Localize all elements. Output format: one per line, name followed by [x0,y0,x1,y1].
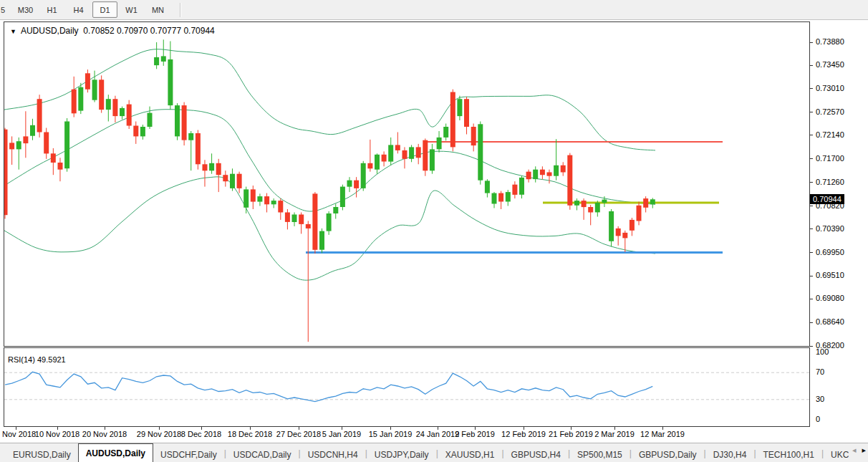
candle-body [299,215,304,224]
rsi-indicator-label: RSI(14) 49.5921 [8,355,66,364]
candle-body [382,155,387,162]
candle-body [85,73,90,89]
chart-tab-gbpusd[interactable]: GBPUSD,H4 [504,447,568,462]
chart-tab-audusd[interactable]: AUDUSD,Daily [78,443,153,462]
candle-body [457,99,462,116]
chart-tab-sp500[interactable]: SP500,M15 [570,447,630,462]
candle-body [637,206,642,221]
candle-body [567,155,572,206]
candle-body [175,105,180,136]
candle-body [306,224,311,228]
candle-body [485,181,490,193]
chart-tab-eurusd[interactable]: EURUSD,Daily [6,447,78,462]
candle-body [547,173,552,176]
timeframe-button-d1[interactable]: D1 [92,1,117,18]
candle-body [361,163,366,188]
candle-body [582,201,587,207]
candle-body [388,145,393,161]
price-axis-label: 0.72570 [816,107,844,116]
price-axis-tick [810,299,813,299]
date-axis-label: 12 Mar 2019 [640,430,685,438]
candle-body [64,122,69,169]
candle-body [602,200,607,203]
candle-body [251,189,256,201]
price-chart-panel[interactable] [4,21,810,347]
candle-body [622,233,627,239]
candle-body [72,90,77,114]
chart-title: ▼AUDUSD,Daily 0.70852 0.70970 0.70777 0.… [10,26,215,36]
candle-body [203,164,208,170]
chart-dropdown-icon[interactable]: ▼ [10,28,16,35]
candle-body [340,187,345,207]
candle-body [409,147,414,158]
rsi-axis-label: 30 [816,395,824,403]
candle-body [540,170,545,175]
candle-body [347,181,352,187]
candle-body [209,163,214,171]
candle-body [154,57,159,65]
candle-body [216,163,221,175]
candle-body [650,199,655,204]
date-axis-label: 21 Feb 2019 [549,430,593,438]
candle-body [643,198,648,208]
candle-body [561,165,566,173]
price-axis-tick [810,88,813,89]
chart-tab-usdcnh[interactable]: USDCNH,H4 [301,447,365,462]
candle-body [498,193,503,202]
date-axis-label: 24 Jan 2019 [416,430,460,438]
candle-body [168,59,173,105]
timeframe-button-w1[interactable]: W1 [119,1,144,18]
candle-body [182,105,187,140]
price-axis-tick [810,252,813,253]
candle-body [133,126,138,137]
candle-body [9,143,14,149]
date-axis-label: 18 Dec 2018 [228,430,272,438]
candle-body [196,133,201,164]
date-axis-label: 29 Nov 2018 [137,430,181,438]
candle-body [257,196,262,202]
price-axis-label: 0.70390 [816,224,844,233]
candle-body [402,150,408,159]
candle-body [526,172,531,180]
chart-tab-dj30[interactable]: DJ30,H4 [706,447,754,462]
timeframe-button-m30[interactable]: M30 [13,1,38,18]
price-axis-tick [810,65,813,66]
candle-body [437,138,442,149]
candle-body [243,189,249,207]
chart-tab-usdjpy[interactable]: USDJPY,Daily [367,447,436,462]
date-axis-label: 8 Dec 2018 [181,430,221,438]
candle-body [443,127,448,138]
candle-body [595,203,600,212]
candle-body [588,207,593,213]
chart-tab-xauusd[interactable]: XAUUSD,H1 [438,447,502,462]
price-axis-tick [810,228,813,229]
candle-body [112,99,117,116]
candle-body [312,193,317,249]
rsi-chart[interactable] [4,348,809,426]
tab-scroll-right-icon[interactable]: ▸ [862,446,866,455]
candle-body [92,80,97,100]
candlestick-chart[interactable] [4,22,809,346]
chart-tab-usdchf[interactable]: USDCHF,Daily [153,447,224,462]
timeframe-button-5[interactable]: 5 [0,1,11,18]
candle-body [375,155,380,170]
candle-body [395,145,400,150]
timeframe-button-h4[interactable]: H4 [66,1,91,18]
chart-tab-gbpusd[interactable]: GBPUSD,Daily [632,447,704,462]
price-axis-tick [810,158,813,159]
bollinger-middle-band [4,110,655,211]
candle-body [327,213,332,231]
chart-ohlc-values: 0.70852 0.70970 0.70777 0.70944 [83,26,215,36]
timeframe-button-h1[interactable]: H1 [39,1,64,18]
date-axis-label: 2 Feb 2019 [455,430,495,438]
timeframe-button-mn[interactable]: MN [145,1,170,18]
price-axis-label: 0.72140 [816,130,844,139]
candle-body [161,56,166,62]
chart-tab-usdcad[interactable]: USDCAD,Daily [226,447,299,462]
candle-body [37,99,42,132]
chart-tab-ukc[interactable]: UKC [824,447,849,462]
chart-tab-tech100[interactable]: TECH100,H1 [756,447,821,462]
rsi-panel[interactable] [4,347,810,427]
candle-body [271,201,276,204]
tab-scroll-left-icon[interactable]: ◂ [852,446,857,455]
